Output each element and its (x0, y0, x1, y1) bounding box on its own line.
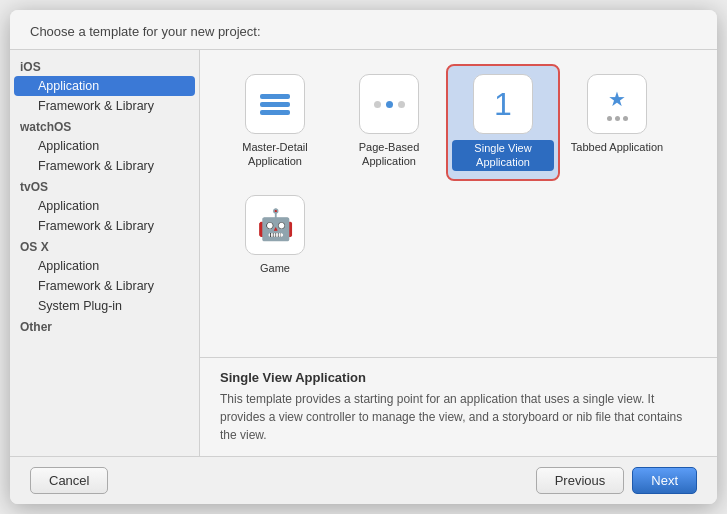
template-icon-single-view: 1 (473, 74, 533, 134)
sidebar-item-system-plug-in[interactable]: System Plug-in (14, 296, 195, 316)
footer-buttons: Previous Next (536, 467, 697, 494)
header-label: Choose a template for your new project: (30, 24, 261, 39)
sidebar-item-framework---library[interactable]: Framework & Library (14, 216, 195, 236)
sidebar-item-framework---library[interactable]: Framework & Library (14, 96, 195, 116)
sidebar-item-framework---library[interactable]: Framework & Library (14, 276, 195, 296)
template-grid: Master-Detail ApplicationPage-Based Appl… (200, 50, 717, 358)
cancel-button[interactable]: Cancel (30, 467, 108, 494)
dialog-header: Choose a template for your new project: (10, 10, 717, 50)
sidebar-item-framework---library[interactable]: Framework & Library (14, 156, 195, 176)
sidebar-item-application[interactable]: Application (14, 136, 195, 156)
dialog-footer: Cancel Previous Next (10, 456, 717, 504)
sidebar-section-watchos[interactable]: watchOS (10, 116, 199, 136)
sidebar: iOSApplicationFramework & LibrarywatchOS… (10, 50, 200, 456)
template-label-game: Game (260, 261, 290, 275)
template-item-page-based[interactable]: Page-Based Application (334, 66, 444, 179)
template-label-single-view: Single View Application (452, 140, 554, 171)
template-item-single-view[interactable]: 1Single View Application (448, 66, 558, 179)
dialog-body: iOSApplicationFramework & LibrarywatchOS… (10, 50, 717, 456)
main-content: Master-Detail ApplicationPage-Based Appl… (200, 50, 717, 456)
template-item-tabbed[interactable]: ★Tabbed Application (562, 66, 672, 179)
template-label-tabbed: Tabbed Application (571, 140, 663, 154)
template-label-page-based: Page-Based Application (338, 140, 440, 169)
template-icon-tabbed: ★ (587, 74, 647, 134)
sidebar-section-ios[interactable]: iOS (10, 56, 199, 76)
sidebar-section-tvos[interactable]: tvOS (10, 176, 199, 196)
sidebar-section-other[interactable]: Other (10, 316, 199, 336)
template-item-master-detail[interactable]: Master-Detail Application (220, 66, 330, 179)
template-dialog: Choose a template for your new project: … (10, 10, 717, 504)
sidebar-item-application[interactable]: Application (14, 196, 195, 216)
sidebar-section-os-x[interactable]: OS X (10, 236, 199, 256)
template-label-master-detail: Master-Detail Application (224, 140, 326, 169)
template-item-game[interactable]: 🤖Game (220, 187, 330, 283)
sidebar-item-application[interactable]: Application (14, 256, 195, 276)
description-text: This template provides a starting point … (220, 390, 697, 444)
previous-button[interactable]: Previous (536, 467, 625, 494)
template-icon-page-based (359, 74, 419, 134)
next-button[interactable]: Next (632, 467, 697, 494)
description-title: Single View Application (220, 370, 697, 385)
description-panel: Single View Application This template pr… (200, 358, 717, 456)
template-icon-game: 🤖 (245, 195, 305, 255)
sidebar-item-application[interactable]: Application (14, 76, 195, 96)
template-icon-master-detail (245, 74, 305, 134)
